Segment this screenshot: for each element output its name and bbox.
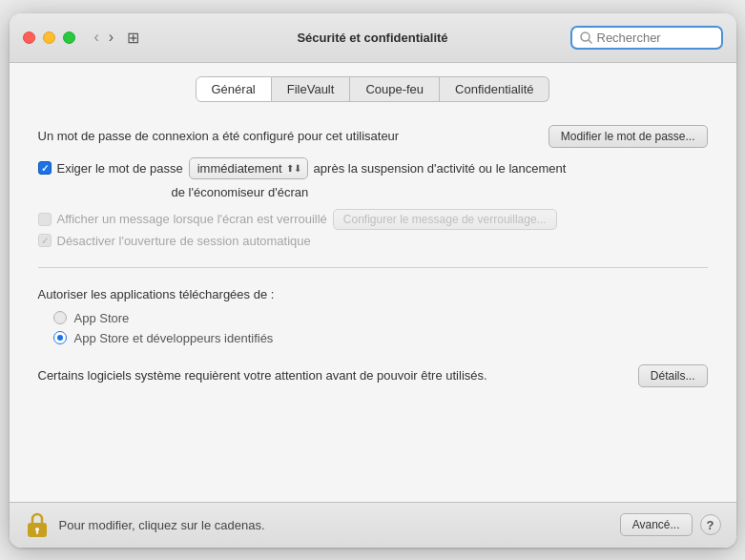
configure-message-button[interactable]: Configurer le message de verrouillage... <box>333 209 557 230</box>
radio-appstore-devs-label: App Store et développeurs identifiés <box>74 331 274 345</box>
footer: Pour modifier, cliquez sur le cadenas. A… <box>10 502 736 548</box>
system-software-text: Certains logiciels système requièrent vo… <box>38 368 623 383</box>
tabbar: Général FileVault Coupe-feu Confidential… <box>10 63 736 112</box>
system-software-section: Certains logiciels système requièrent vo… <box>38 364 708 403</box>
radio-appstore-row[interactable]: App Store <box>53 311 708 325</box>
svg-line-1 <box>589 40 591 43</box>
footer-buttons: Avancé... ? <box>620 513 721 536</box>
radio-appstore-label: App Store <box>74 311 130 325</box>
content-area: Un mot de passe de connexion a été confi… <box>10 112 736 502</box>
tab-privacy[interactable]: Confidentialité <box>440 76 549 102</box>
password-section: Un mot de passe de connexion a été confi… <box>38 125 708 268</box>
search-input[interactable] <box>597 31 714 45</box>
disable-autologin-label: Désactiver l'ouverture de session automa… <box>57 234 311 248</box>
disable-autologin-row: Désactiver l'ouverture de session automa… <box>38 234 708 248</box>
back-button[interactable]: ‹ <box>91 27 103 48</box>
grid-icon[interactable]: ⊞ <box>127 29 139 47</box>
radio-appstore-button[interactable] <box>53 311 67 324</box>
tab-filevault[interactable]: FileVault <box>272 76 351 102</box>
show-message-label: Afficher un message lorsque l'écran est … <box>57 212 327 226</box>
show-message-row: Afficher un message lorsque l'écran est … <box>38 209 708 230</box>
tab-general[interactable]: Général <box>196 76 272 102</box>
radio-appstore-devs-row[interactable]: App Store et développeurs identifiés <box>53 331 708 345</box>
tab-firewall[interactable]: Coupe-feu <box>350 76 440 102</box>
dropdown-value: immédiatement <box>197 161 282 176</box>
svg-rect-4 <box>36 530 38 534</box>
password-timing-dropdown[interactable]: immédiatement ⬆⬇ <box>189 157 308 179</box>
details-button[interactable]: Détails... <box>638 364 708 387</box>
help-button[interactable]: ? <box>700 514 721 535</box>
require-password-label: Exiger le mot de passe <box>57 161 183 176</box>
radio-appstore-devs-button[interactable] <box>53 331 67 344</box>
require-password-row: Exiger le mot de passe immédiatement ⬆⬇ … <box>38 157 708 179</box>
close-button[interactable] <box>23 31 35 44</box>
titlebar: ‹ › ⊞ Sécurité et confidentialité <box>10 13 736 63</box>
password-description-row: Un mot de passe de connexion a été confi… <box>38 125 708 148</box>
require-password-checkbox[interactable] <box>38 161 52 175</box>
maximize-button[interactable] <box>63 31 75 44</box>
after-suspension-text: après la suspension d'activité ou le lan… <box>314 161 567 176</box>
advanced-button[interactable]: Avancé... <box>620 513 693 536</box>
radio-group: App Store App Store et développeurs iden… <box>53 311 708 345</box>
traffic-lights <box>23 31 75 44</box>
lock-icon-wrap <box>25 510 50 539</box>
screensaver-text: de l'économiseur d'écran <box>172 185 708 199</box>
chevron-up-down-icon: ⬆⬇ <box>286 163 301 174</box>
search-icon <box>580 31 592 44</box>
lock-icon <box>25 510 50 539</box>
disable-autologin-checkbox[interactable] <box>38 234 52 247</box>
minimize-button[interactable] <box>43 31 55 44</box>
show-message-checkbox[interactable] <box>38 213 52 226</box>
nav-arrows: ‹ › <box>91 27 118 48</box>
forward-button[interactable]: › <box>105 27 117 48</box>
main-window: ‹ › ⊞ Sécurité et confidentialité Généra… <box>10 13 736 548</box>
password-description-text: Un mot de passe de connexion a été confi… <box>38 129 400 143</box>
window-title: Sécurité et confidentialité <box>297 31 447 45</box>
allow-apps-section: Autoriser les applications téléchargées … <box>38 268 708 364</box>
allow-apps-title: Autoriser les applications téléchargées … <box>38 287 708 301</box>
search-box[interactable] <box>570 26 723 50</box>
change-password-button[interactable]: Modifier le mot de passe... <box>548 125 708 148</box>
footer-text: Pour modifier, cliquez sur le cadenas. <box>59 518 610 532</box>
